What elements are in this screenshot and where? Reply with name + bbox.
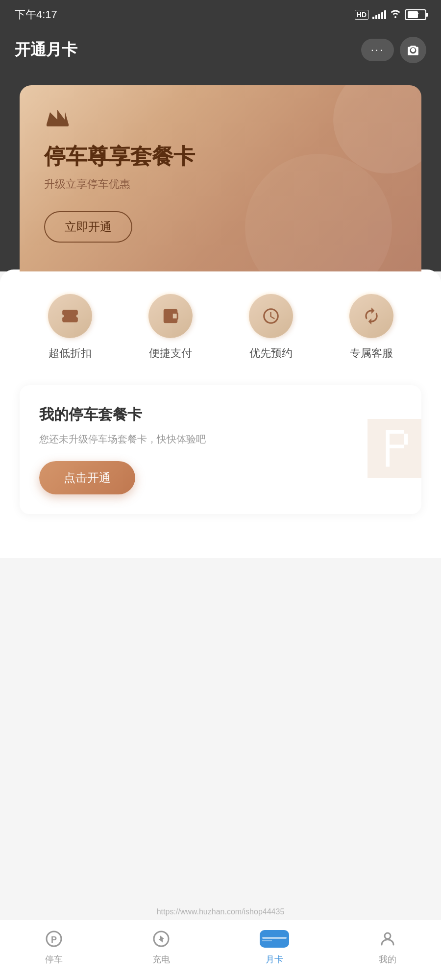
card-main-title: 停车尊享套餐卡 [44,142,397,171]
feature-icon-0 [48,294,92,338]
nav-item-我的[interactable]: 我的 [379,930,396,965]
nav-item-停车[interactable]: P 停车 [45,930,63,965]
my-card-desc: 您还未升级停车场套餐卡，快快体验吧 [39,432,402,446]
battery-icon: 67 [405,9,426,20]
wifi-icon [390,9,401,21]
feature-label-0: 超低折扣 [49,346,92,361]
feature-icon-2 [249,294,293,338]
my-card-section: 我的停车套餐卡 您还未升级停车场套餐卡，快快体验吧 点击开通 [20,385,421,514]
svg-rect-9 [262,940,272,941]
status-time: 下午4:17 [15,7,57,22]
svg-point-10 [385,933,391,939]
feature-icon-1 [148,294,193,338]
svg-text:P: P [50,935,56,945]
content-area: 超低折扣 便捷支付 优先预约 专属客服 我的停车套餐卡 您还未升级停车场套餐卡，… [0,270,441,558]
nav-icon-1 [152,930,170,950]
feature-item-3: 专属客服 [349,294,393,361]
nav-label-1: 充电 [152,954,170,965]
more-options-button[interactable]: ··· [361,39,394,61]
feature-item-2: 优先预约 [249,294,293,361]
feature-label-1: 便捷支付 [149,346,192,361]
bottom-nav-wrapper: https://www.huzhan.com/ishop44435 P 停车 充… [0,970,441,980]
status-icons: HD 67 [355,9,426,21]
feature-label-2: 优先预约 [249,346,293,361]
header-actions: ··· [361,37,426,63]
feature-icon-3 [349,294,393,338]
nav-icon-2 [260,930,289,950]
nav-label-2: 月卡 [266,954,283,965]
crown-icon [44,105,397,132]
status-bar: 下午4:17 HD 67 [0,0,441,29]
open-card-button[interactable]: 点击开通 [39,461,135,494]
nav-icon-0: P [45,930,63,950]
svg-point-0 [411,48,416,52]
card-subtitle: 升级立享停车优惠 [44,177,397,192]
svg-rect-8 [262,937,287,939]
features-grid: 超低折扣 便捷支付 优先预约 专属客服 [20,294,421,361]
empty-space [0,558,441,754]
bottom-nav: P 停车 充电 月卡 我的 [0,920,441,980]
feature-item-1: 便捷支付 [148,294,193,361]
feature-item-0: 超低折扣 [48,294,92,361]
hero-area: 停车尊享套餐卡 升级立享停车优惠 立即开通 [0,75,441,271]
signal-icon [372,10,386,19]
watermark: https://www.huzhan.com/ishop44435 [157,907,285,916]
my-card-info: 我的停车套餐卡 您还未升级停车场套餐卡，快快体验吧 点击开通 [39,405,402,494]
nav-label-0: 停车 [45,954,63,965]
nav-item-月卡[interactable]: 月卡 [260,930,289,965]
page-title: 开通月卡 [15,39,77,61]
hd-badge: HD [355,10,368,20]
activate-button[interactable]: 立即开通 [44,211,132,243]
svg-marker-1 [47,110,69,124]
nav-label-3: 我的 [379,954,396,965]
membership-card: 停车尊享套餐卡 升级立享停车优惠 立即开通 [20,85,421,271]
my-card-title: 我的停车套餐卡 [39,405,402,425]
svg-rect-2 [47,123,69,126]
header: 开通月卡 ··· [0,29,441,75]
nav-icon-3 [379,930,396,950]
nav-item-充电[interactable]: 充电 [152,930,170,965]
camera-button[interactable] [400,37,426,63]
svg-marker-6 [158,935,164,943]
feature-label-3: 专属客服 [350,346,393,361]
